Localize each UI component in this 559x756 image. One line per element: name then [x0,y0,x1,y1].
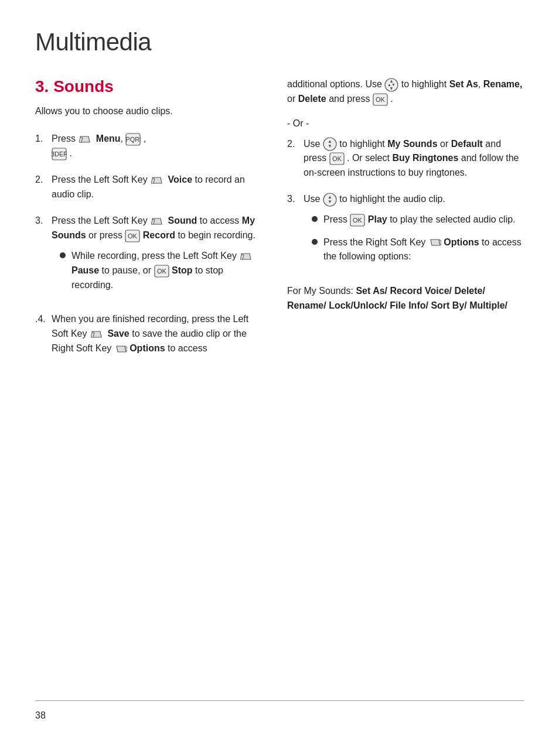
step-2-num: 2. [35,173,52,202]
section-title: 3. Sounds [35,77,264,96]
bottom-bar: 38 [35,700,524,721]
step-4: .4. When you are finished recording, pre… [35,312,264,356]
bullet-1-text: While recording, press the Left Soft Key… [71,249,264,293]
footer-options-label: For My Sounds: Set As/ Record Voice/ Del… [287,286,507,310]
left-soft-key-icon-4 [240,249,253,264]
step-3: 3. Press the Left Soft Key Sound to acce… [35,214,264,301]
right-step-3: 3. Use ▲ ▼ to highlight the audio clip. [287,192,524,272]
step-1: 1. Press Menu, 7PQ [35,132,264,161]
footer-options-content: For My Sounds: Set As/ Record Voice/ Del… [287,284,524,313]
svg-text:▲▼: ▲▼ [387,83,396,87]
step-3-num: 3. [35,214,52,301]
step-3-bullets: While recording, press the Left Soft Key… [60,249,264,293]
step-2-content: Press the Left Soft Key Voice to record … [52,173,264,202]
right-bullet-2: Press the Right Soft Key Options to acce… [312,235,524,265]
right-step-3-bullets: Press OK Play to play the selected audio… [312,213,524,264]
ok-key-icon: OK [125,230,142,240]
step-4-num: .4. [35,312,52,356]
svg-text:OK: OK [128,232,138,240]
svg-text:OK: OK [376,96,386,103]
bullet-1: While recording, press the Left Soft Key… [60,249,264,293]
right-bullet-2-text: Press the Right Soft Key Options to acce… [323,235,524,265]
page-title: Multimedia [35,28,524,56]
right-soft-key-icon [114,343,129,353]
step-1-content: Press Menu, 7PQRS [52,132,264,161]
additional-options-text: additional options. Use ▲▼ to highlight … [287,77,524,107]
right-bullet-dot-1 [312,216,318,222]
two-col-layout: 3. Sounds Allows you to choose audio cli… [35,77,524,700]
left-soft-key-icon-3 [151,214,164,228]
right-bullet-dot-2 [312,239,318,245]
svg-text:OK: OK [332,155,342,162]
nav-key-icon-3: ▲ ▼ [323,194,339,204]
step-2: 2. Press the Left Soft Key Voice to reco… [35,173,264,202]
svg-text:7PQRS: 7PQRS [125,136,141,143]
footer-options-text: For My Sounds: Set As/ Record Voice/ Del… [287,284,524,313]
ok-key-icon-2: OK [154,265,172,275]
left-column: 3. Sounds Allows you to choose audio cli… [35,77,264,700]
left-soft-key-icon [79,132,92,146]
left-soft-key-icon-5 [91,327,104,342]
svg-text:3DEF: 3DEF [52,150,67,158]
keypad-3-icon: 3DEF [52,148,69,158]
right-step-2-content: Use ▲ ▼ to highlight My Sounds or Defaul… [304,137,524,180]
page: Multimedia 3. Sounds Allows you to choos… [0,0,559,756]
right-bullet-1-text: Press OK Play to play the selected audio… [323,213,516,227]
ok-key-icon-4: OK [329,153,347,163]
step-1-num: 1. [35,132,52,161]
right-soft-key-icon-2 [428,237,444,247]
nav-key-icon: ▲▼ [384,79,401,89]
nav-key-icon-2: ▲ ▼ [323,139,339,149]
keypad-7-icon: 7PQRS [125,134,143,143]
svg-text:OK: OK [353,217,363,224]
left-soft-key-icon-2 [151,173,164,187]
right-column: additional options. Use ▲▼ to highlight … [287,77,524,700]
right-step-2: 2. Use ▲ ▼ to highlight My Sounds or Def… [287,137,524,180]
svg-text:▼: ▼ [328,199,332,204]
svg-text:OK: OK [157,268,167,275]
or-separator: - Or - [287,118,524,129]
right-step-3-num: 3. [287,192,304,272]
page-number: 38 [35,710,524,721]
right-step-3-content: Use ▲ ▼ to highlight the audio clip. [304,192,524,272]
ok-key-icon-5: OK [350,214,367,224]
ok-key-icon-3: OK [373,94,390,104]
right-step-2-num: 2. [287,137,304,180]
step-4-content: When you are finished recording, press t… [52,312,264,356]
bullet-dot-1 [60,252,66,258]
additional-options-content: additional options. Use ▲▼ to highlight … [287,77,524,107]
step-3-content: Press the Left Soft Key Sound to access … [52,214,264,301]
right-bullet-1: Press OK Play to play the selected audio… [312,213,524,227]
svg-text:▼: ▼ [328,143,332,149]
section-description: Allows you to choose audio clips. [35,104,264,119]
